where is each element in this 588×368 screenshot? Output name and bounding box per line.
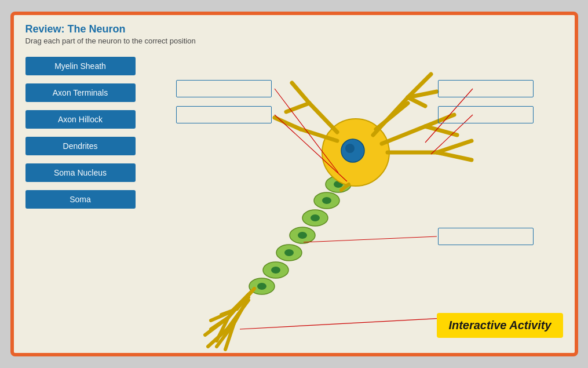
axon-terminals-branches (205, 289, 254, 349)
svg-line-51 (304, 236, 437, 242)
label-dendrites[interactable]: Dendrites (25, 137, 136, 155)
axon-body (249, 176, 351, 294)
svg-point-13 (257, 283, 266, 290)
label-axon-terminals[interactable]: Axon Terminals (25, 83, 136, 102)
svg-line-30 (286, 103, 309, 112)
page-subtitle: Drag each part of the neuron to the corr… (14, 37, 575, 51)
label-myelin-sheath[interactable]: Myelin Sheath (25, 57, 136, 75)
label-soma[interactable]: Soma (25, 190, 136, 209)
svg-line-20 (408, 97, 425, 106)
drop-zone-1[interactable] (176, 80, 272, 97)
svg-point-7 (298, 232, 307, 239)
label-soma-nucleus[interactable]: Soma Nucleus (25, 163, 136, 182)
svg-point-11 (271, 267, 280, 274)
main-container: Review: The Neuron Drag each part of the… (10, 12, 578, 356)
svg-line-21 (382, 126, 425, 144)
drop-zone-2[interactable] (176, 106, 272, 123)
neuron-diagram (141, 51, 578, 348)
svg-line-28 (309, 103, 337, 132)
svg-line-52 (240, 318, 454, 329)
interactive-badge: Interactive Activity (437, 313, 563, 338)
page-title: Review: The Neuron (14, 15, 575, 37)
content-area: Myelin Sheath Axon Terminals Axon Hilloc… (14, 51, 575, 348)
drop-zone-3[interactable] (438, 80, 534, 97)
svg-line-27 (437, 152, 472, 160)
svg-point-9 (284, 249, 294, 256)
drop-zone-5[interactable] (438, 228, 534, 245)
drop-zone-4[interactable] (438, 106, 534, 123)
svg-point-3 (322, 197, 331, 204)
svg-line-26 (437, 141, 472, 152)
svg-point-16 (345, 144, 355, 153)
label-axon-hillock[interactable]: Axon Hillock (25, 110, 136, 129)
svg-point-5 (311, 214, 320, 221)
svg-line-29 (292, 83, 309, 103)
labels-column: Myelin Sheath Axon Terminals Axon Hilloc… (25, 57, 136, 209)
svg-line-24 (376, 103, 408, 129)
svg-line-32 (275, 118, 301, 129)
